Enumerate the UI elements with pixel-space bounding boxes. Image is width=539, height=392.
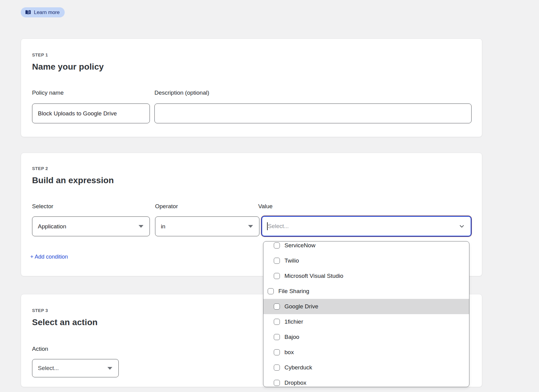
checkbox-unchecked[interactable] bbox=[274, 334, 280, 340]
triangle-down-icon bbox=[139, 225, 143, 228]
application-dropdown-listbox: ServiceNow Twilio Microsoft Visual Studi… bbox=[263, 241, 469, 387]
dropdown-item-bajoo[interactable]: Bajoo bbox=[263, 329, 469, 345]
dropdown-item-label: Bajoo bbox=[284, 334, 299, 340]
checkbox-unchecked[interactable] bbox=[274, 365, 280, 371]
selector-label: Selector bbox=[32, 203, 53, 210]
value-multiselect[interactable] bbox=[261, 216, 472, 237]
policy-name-input[interactable] bbox=[32, 103, 150, 123]
learn-more-button[interactable]: Learn more bbox=[21, 7, 65, 17]
dropdown-item-label: Twilio bbox=[284, 257, 299, 264]
checkbox-unchecked[interactable] bbox=[268, 288, 274, 294]
checkbox-unchecked[interactable] bbox=[274, 319, 280, 325]
checkbox-unchecked[interactable] bbox=[274, 349, 280, 355]
operator-select-value: in bbox=[161, 223, 165, 230]
dropdown-item-servicenow[interactable]: ServiceNow bbox=[263, 241, 469, 253]
chevron-down-icon bbox=[458, 223, 465, 230]
learn-more-label: Learn more bbox=[34, 9, 60, 15]
checkbox-unchecked[interactable] bbox=[274, 258, 280, 264]
text-caret bbox=[267, 222, 268, 230]
dropdown-item-1fichier[interactable]: 1fichier bbox=[263, 314, 469, 329]
action-select[interactable]: Select... bbox=[32, 359, 119, 377]
checkbox-unchecked[interactable] bbox=[274, 303, 280, 310]
step3-label: STEP 3 bbox=[32, 308, 48, 313]
dropdown-item-label: box bbox=[284, 349, 294, 356]
policy-builder-page: Learn more STEP 1 Name your policy Polic… bbox=[0, 0, 539, 392]
checkbox-unchecked[interactable] bbox=[274, 242, 280, 249]
checkbox-unchecked[interactable] bbox=[274, 380, 280, 386]
dropdown-item-cyberduck[interactable]: Cyberduck bbox=[263, 360, 469, 375]
description-input[interactable] bbox=[154, 103, 472, 123]
step3-title: Select an action bbox=[32, 318, 98, 327]
dropdown-item-file-sharing[interactable]: File Sharing bbox=[263, 284, 469, 299]
dropdown-item-label: Google Drive bbox=[284, 303, 318, 310]
step2-title: Build an expression bbox=[32, 176, 114, 185]
step2-label: STEP 2 bbox=[32, 166, 48, 171]
triangle-down-icon bbox=[248, 225, 253, 228]
action-select-value: Select... bbox=[38, 365, 59, 372]
dropdown-item-label: Microsoft Visual Studio bbox=[284, 273, 343, 279]
dropdown-item-box[interactable]: box bbox=[263, 345, 469, 360]
selector-select[interactable]: Application bbox=[32, 216, 150, 236]
triangle-down-icon bbox=[107, 367, 112, 370]
add-condition-button[interactable]: + Add condition bbox=[30, 254, 68, 260]
step1-label: STEP 1 bbox=[32, 53, 48, 57]
value-label: Value bbox=[258, 203, 273, 210]
dropdown-item-twilio[interactable]: Twilio bbox=[263, 253, 469, 268]
operator-select[interactable]: in bbox=[155, 216, 259, 236]
dropdown-item-label: File Sharing bbox=[278, 288, 309, 295]
policy-name-label: Policy name bbox=[32, 89, 64, 96]
value-search-input[interactable] bbox=[268, 223, 459, 230]
dropdown-item-label: ServiceNow bbox=[284, 242, 315, 249]
book-icon bbox=[25, 10, 31, 15]
description-label: Description (optional) bbox=[154, 89, 209, 96]
dropdown-item-dropbox[interactable]: Dropbox bbox=[263, 375, 469, 387]
step1-title: Name your policy bbox=[32, 62, 104, 72]
operator-label: Operator bbox=[155, 203, 178, 210]
dropdown-item-label: 1fichier bbox=[284, 318, 303, 325]
dropdown-item-label: Cyberduck bbox=[284, 364, 312, 371]
checkbox-unchecked[interactable] bbox=[274, 273, 280, 279]
step1-card: STEP 1 Name your policy Policy name Desc… bbox=[21, 38, 482, 137]
dropdown-item-microsoft-visual-studio[interactable]: Microsoft Visual Studio bbox=[263, 268, 469, 284]
dropdown-item-label: Dropbox bbox=[284, 379, 306, 386]
selector-select-value: Application bbox=[38, 223, 66, 230]
action-label: Action bbox=[32, 346, 48, 352]
dropdown-item-google-drive[interactable]: Google Drive bbox=[263, 299, 469, 314]
